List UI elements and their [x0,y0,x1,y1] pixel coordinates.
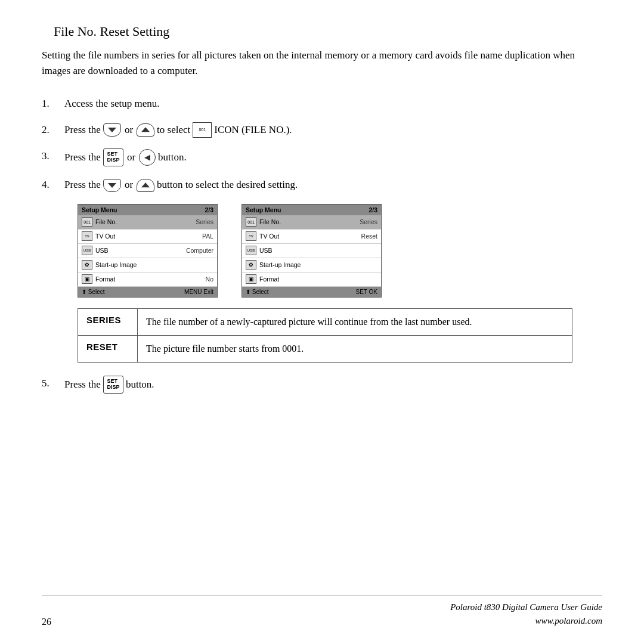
screenshot-2-icon-5: ▣ [246,274,256,284]
screenshot-2-footer-left: ⬆ Select [246,289,269,295]
screenshot-2-label-4: Start-up Image [259,261,377,268]
step-3-text-after: button. [158,150,187,165]
step-2-content: Press the or to select 001 ICON (FILE NO… [64,122,292,138]
screenshot-2-value-2: Reset [361,233,377,240]
footer-brand-line2: www.polaroid.com [450,614,602,628]
step-2-num: 2. [42,122,64,138]
screenshot-1-label-2: TV Out [95,233,202,240]
screenshot-1-footer: ⬆ Select MENU Exit [78,287,217,297]
screenshot-2-row-1: 001 File No. Series [242,215,381,230]
footer-page-number: 26 [42,617,51,627]
step-2-icon-label: ICON (FILE NO.). [214,122,292,138]
step-2-text-after: to select [157,122,190,138]
file-no-icon: 001 [193,122,212,138]
page-footer: 26 Polaroid t830 Digital Camera User Gui… [42,595,602,627]
series-desc: The file number of a newly-captured pict… [138,308,572,335]
step-1-content: Access the setup menu. [64,96,160,112]
joystick-icon [139,149,156,166]
screenshot-2-icon-3: USB [246,246,256,255]
step-4-num: 4. [42,177,64,193]
screenshot-1-row-5: ▣ Format No [78,273,217,287]
step-3: 3. Press the SETDISP or button. [42,148,602,166]
screenshot-1-icon-3: USB [82,246,92,255]
step-5-num: 5. [42,376,64,391]
series-label: SERIES [78,308,138,335]
screenshot-1-row-2: TV TV Out PAL [78,230,217,244]
footer-brand-line1: Polaroid t830 Digital Camera User Guide [450,600,602,614]
screenshot-1-title: Setup Menu [82,206,117,213]
screenshot-1-value-2: PAL [202,233,213,240]
screenshot-2-row-4: ✿ Start-up Image [242,258,381,273]
reset-desc: The picture file number starts from 0001… [138,335,572,362]
screenshot-1-row-4: ✿ Start-up Image [78,258,217,273]
step-4-or: or [125,177,133,193]
screenshot-1-icon-4: ✿ [82,260,92,270]
screenshot-2-header: Setup Menu 2/3 [242,205,381,215]
step-4-text-before: Press the [64,177,101,193]
step-3-content: Press the SETDISP or button. [64,148,187,166]
info-row-reset: RESET The picture file number starts fro… [78,335,572,362]
screenshot-2-page: 2/3 [369,206,377,213]
screenshot-1: Setup Menu 2/3 001 File No. Series TV TV… [78,204,218,298]
step-3-text-before: Press the [64,150,101,165]
step-5-text-after: button. [126,377,154,392]
set-button-icon: SETDISP [103,148,123,166]
screenshot-2-row-2: TV TV Out Reset [242,230,381,244]
footer-brand: Polaroid t830 Digital Camera User Guide … [450,600,602,627]
screenshot-2-icon-1: 001 [246,217,256,227]
step-2-or: or [125,122,133,138]
intro-text: Setting the file numbers in series for a… [42,48,602,79]
screenshot-2: Setup Menu 2/3 001 File No. Series TV TV… [242,204,382,298]
screenshot-1-row-3: USB USB Computer [78,244,217,258]
step-4-text-after: button to select the desired setting. [157,177,298,193]
info-row-series: SERIES The file number of a newly-captur… [78,308,572,335]
screenshots-area: Setup Menu 2/3 001 File No. Series TV TV… [78,204,602,298]
screenshot-1-label-4: Start-up Image [95,261,213,268]
screenshot-2-label-2: TV Out [259,233,361,240]
screenshot-2-row-3: USB USB [242,244,381,258]
step-3-num: 3. [42,148,64,164]
step-5: 5. Press the SETDISP button. [42,376,602,394]
screenshot-2-value-1: Series [360,218,377,225]
screenshot-1-icon-2: TV [82,231,92,241]
up-button-icon [137,123,154,137]
screenshot-1-label-3: USB [95,247,186,254]
screenshot-1-icon-5: ▣ [82,274,92,284]
screenshot-1-value-1: Series [196,218,213,225]
screenshot-1-value-3: Computer [186,247,213,254]
step-1: 1. Access the setup menu. [42,96,602,112]
screenshot-2-label-3: USB [259,247,377,254]
screenshot-1-label-1: File No. [95,218,196,225]
down-button-icon [103,123,121,137]
step-5-set-icon: SETDISP [103,376,123,394]
step-2: 2. Press the or to select 001 ICON (FILE… [42,122,602,138]
step-1-num: 1. [42,96,64,112]
screenshot-2-label-5: Format [259,275,377,283]
step-2-text-before: Press the [64,122,101,138]
info-table: SERIES The file number of a newly-captur… [78,308,572,363]
step-3-or: or [127,150,135,165]
screenshot-1-label-5: Format [95,275,206,283]
step-1-text: Access the setup menu. [64,96,160,112]
screenshot-2-icon-4: ✿ [246,260,256,270]
screenshot-1-value-5: No [206,275,213,283]
screenshot-2-footer: ⬆ Select SET OK [242,287,381,297]
steps-list: 1. Access the setup menu. 2. Press the o… [42,96,602,394]
screenshot-1-footer-left: ⬆ Select [82,289,105,295]
screenshot-2-icon-2: TV [246,231,256,241]
screenshot-1-footer-right: MENU Exit [184,289,213,295]
screenshot-1-icon-1: 001 [82,217,92,227]
step-5-content: Press the SETDISP button. [64,376,154,394]
screenshot-2-row-5: ▣ Format [242,273,381,287]
screenshot-1-page: 2/3 [205,206,213,213]
step-4: 4. Press the or button to select the des… [42,177,602,193]
screenshot-1-row-1: 001 File No. Series [78,215,217,230]
step-5-text-before: Press the [64,377,101,392]
page-title: File No. Reset Setting [54,24,602,39]
step-4-up-icon [137,179,154,192]
step-4-down-icon [103,179,121,192]
screenshot-2-label-1: File No. [259,218,360,225]
reset-label: RESET [78,335,138,362]
screenshot-2-footer-right: SET OK [356,289,378,295]
step-4-content: Press the or button to select the desire… [64,177,298,193]
